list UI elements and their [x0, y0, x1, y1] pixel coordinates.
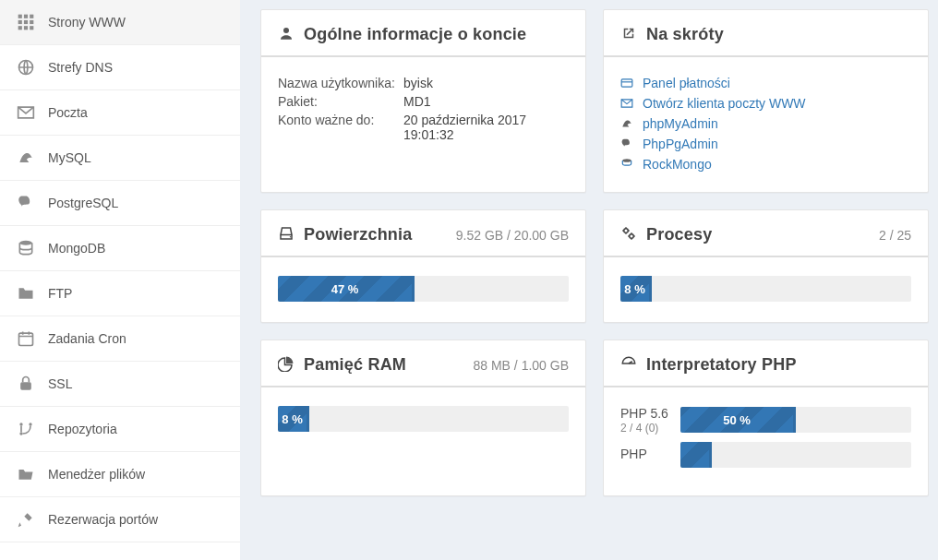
database-icon — [17, 239, 35, 257]
disk-progress: 47 % — [278, 276, 569, 302]
panel-title: Procesy — [646, 225, 712, 244]
sidebar-item-label: Zadania Cron — [48, 331, 126, 346]
panel-header: Powierzchnia 9.52 GB / 20.00 GB — [261, 210, 585, 257]
grid-icon — [17, 13, 35, 31]
processes-progress: 8 % — [620, 276, 911, 302]
shortcut-label: Panel płatności — [643, 76, 730, 90]
sidebar-item-label: Repozytoria — [48, 422, 117, 436]
sidebar-item-strony-www[interactable]: Strony WWW — [0, 0, 240, 45]
php-count-label: 2 / 4 (0) — [620, 422, 671, 435]
svg-rect-1 — [24, 15, 28, 18]
sidebar-item-postgresql[interactable]: PostgreSQL — [0, 181, 240, 226]
panel-disk: Powierzchnia 9.52 GB / 20.00 GB 47 % — [260, 209, 586, 323]
php-version-label: PHP 5.6 — [620, 406, 671, 422]
pie-chart-icon — [278, 355, 295, 375]
sidebar-item-label: Rezerwacja portów — [48, 512, 158, 527]
folder-open-icon — [17, 465, 35, 483]
ram-progress-fill: 8 % — [278, 406, 309, 432]
disk-usage-text: 9.52 GB / 20.00 GB — [456, 228, 569, 243]
svg-rect-5 — [30, 20, 33, 24]
sidebar: Strony WWW Strefy DNS Poczta MySQL Postg — [0, 0, 240, 560]
folder-icon — [17, 284, 35, 303]
mysql-icon — [17, 149, 35, 167]
dashboard-icon — [620, 355, 637, 375]
mysql-icon — [620, 117, 633, 130]
sidebar-item-label: Strony WWW — [48, 15, 126, 30]
shortcut-rockmongo[interactable]: RockMongo — [620, 157, 911, 172]
shortcut-webmail[interactable]: Otwórz klienta poczty WWW — [620, 96, 911, 111]
svg-rect-8 — [30, 26, 33, 30]
sidebar-item-cron[interactable]: Zadania Cron — [0, 316, 240, 362]
php-progress — [680, 442, 911, 468]
sidebar-item-label: MySQL — [48, 150, 91, 165]
svg-point-15 — [29, 423, 31, 425]
sidebar-item-strefy-dns[interactable]: Strefy DNS — [0, 45, 240, 90]
php-progress-fill — [680, 442, 712, 468]
svg-point-14 — [19, 432, 22, 435]
sidebar-item-mysql[interactable]: MySQL — [0, 136, 240, 181]
sidebar-item-mongodb[interactable]: MongoDB — [0, 226, 240, 271]
svg-rect-3 — [18, 20, 22, 24]
hdd-icon — [278, 225, 295, 244]
panel-title: Pamięć RAM — [304, 355, 406, 375]
panel-title: Interpretatory PHP — [646, 355, 797, 375]
sidebar-item-label: FTP — [48, 286, 72, 301]
lock-icon — [17, 375, 35, 393]
shortcut-phpmyadmin[interactable]: phpMyAdmin — [620, 116, 911, 131]
svg-rect-0 — [18, 15, 22, 18]
panel-title: Na skróty — [646, 25, 724, 44]
user-icon — [278, 25, 295, 44]
processes-usage-text: 2 / 25 — [879, 228, 911, 243]
svg-rect-2 — [30, 15, 33, 18]
panel-header: Interpretatory PHP — [604, 340, 928, 387]
valid-until-value: 20 października 2017 19:01:32 — [403, 113, 569, 142]
sidebar-item-label: Strefy DNS — [48, 60, 113, 75]
sidebar-item-menedzer-plikow[interactable]: Menedżer plików — [0, 452, 240, 497]
shortcut-panel-platnosci[interactable]: Panel płatności — [620, 76, 911, 90]
svg-point-16 — [283, 28, 289, 33]
username-value: byisk — [403, 76, 569, 90]
sidebar-item-poczta[interactable]: Poczta — [0, 90, 240, 136]
svg-rect-12 — [20, 382, 31, 389]
shortcut-label: Otwórz klienta poczty WWW — [643, 96, 806, 111]
valid-until-label: Konto ważne do: — [278, 113, 398, 142]
panel-php: Interpretatory PHP PHP 5.6 2 / 4 (0) 50 … — [603, 340, 929, 496]
svg-rect-4 — [24, 20, 28, 24]
sidebar-item-repozytoria[interactable]: Repozytoria — [0, 407, 240, 452]
php-row: PHP — [620, 442, 911, 468]
envelope-icon — [620, 97, 633, 110]
shortcut-phppgadmin[interactable]: PhpPgAdmin — [620, 137, 911, 151]
package-value: MD1 — [403, 94, 569, 109]
postgres-icon — [620, 137, 633, 150]
sidebar-item-label: PostgreSQL — [48, 196, 118, 210]
sidebar-item-label: SSL — [48, 376, 72, 391]
postgres-icon — [17, 194, 35, 212]
panel-header: Na skróty — [604, 10, 928, 57]
sidebar-item-ftp[interactable]: FTP — [0, 271, 240, 316]
svg-point-19 — [290, 236, 292, 238]
external-link-icon — [620, 25, 637, 44]
shortcut-label: phpMyAdmin — [643, 116, 718, 131]
sidebar-item-rezerwacja-portow[interactable]: Rezerwacja portów — [0, 497, 240, 542]
php-row: PHP 5.6 2 / 4 (0) 50 % — [620, 406, 911, 435]
panel-header: Ogólne informacje o koncie — [261, 10, 585, 57]
ram-progress: 8 % — [278, 406, 569, 432]
panel-shortcuts: Na skróty Panel płatności Otwórz klienta… — [603, 9, 929, 193]
panel-account-info: Ogólne informacje o koncie Nazwa użytkow… — [260, 9, 586, 193]
svg-rect-7 — [24, 26, 28, 30]
username-label: Nazwa użytkownika: — [278, 76, 398, 90]
panel-processes: Procesy 2 / 25 8 % — [603, 209, 929, 323]
svg-point-13 — [19, 423, 22, 425]
svg-point-21 — [630, 234, 634, 239]
panel-title: Powierzchnia — [304, 225, 412, 244]
svg-rect-17 — [621, 79, 632, 87]
php-progress: 50 % — [680, 407, 911, 433]
disk-progress-fill: 47 % — [278, 276, 415, 302]
database-icon — [620, 158, 633, 171]
processes-progress-fill: 8 % — [620, 276, 652, 302]
svg-point-18 — [622, 159, 631, 162]
svg-rect-11 — [19, 333, 33, 345]
svg-point-10 — [19, 241, 31, 245]
shortcut-label: RockMongo — [643, 157, 712, 172]
sidebar-item-ssl[interactable]: SSL — [0, 362, 240, 407]
